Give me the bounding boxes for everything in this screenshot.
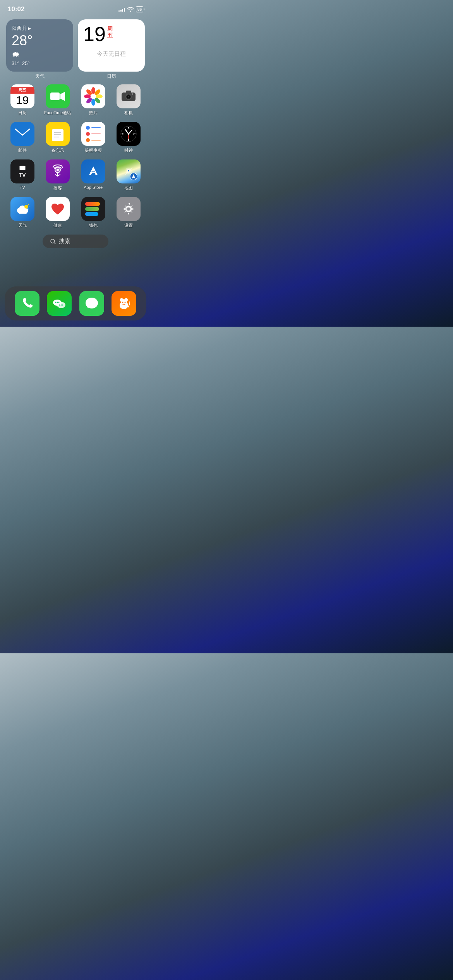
app-grid-row3: TV TV 播客 App Store — [0, 156, 151, 194]
dock — [5, 286, 146, 320]
app-grid-row2: 邮件 备忘录 — [0, 119, 151, 156]
svg-point-70 — [120, 298, 123, 302]
podcasts-label: 播客 — [53, 185, 62, 191]
camera-icon — [117, 84, 141, 108]
weather-temp: 28° — [12, 33, 68, 49]
weather-icon — [10, 197, 34, 221]
wallet-icon — [81, 197, 105, 221]
wifi-icon — [127, 7, 134, 12]
app-grid-row4: 天气 健康 钱包 — [0, 194, 151, 231]
svg-point-7 — [91, 99, 95, 106]
app-wallet[interactable]: 钱包 — [77, 197, 110, 228]
app-clock[interactable]: 12 3 6 9 时钟 — [113, 122, 145, 153]
svg-text:6: 6 — [128, 138, 129, 140]
reminders-list — [86, 126, 101, 142]
svg-line-52 — [28, 204, 29, 205]
calendar-day-number: 19 — [83, 24, 106, 44]
podcasts-icon — [46, 159, 70, 183]
weather-range: 31° 25° — [12, 60, 68, 66]
dock-messages[interactable] — [79, 291, 104, 316]
appstore-icon — [81, 159, 105, 183]
app-facetime[interactable]: FaceTime通话 — [42, 84, 74, 116]
app-mail[interactable]: 邮件 — [6, 122, 39, 153]
app-health[interactable]: 健康 — [42, 197, 74, 228]
svg-point-66 — [62, 305, 63, 306]
svg-rect-49 — [19, 211, 27, 214]
reminders-label: 提醒事项 — [85, 147, 102, 153]
svg-text:3: 3 — [133, 133, 134, 135]
settings-label: 设置 — [124, 223, 133, 228]
svg-point-37 — [57, 169, 59, 171]
photos-icon — [81, 84, 105, 108]
calendar-widget[interactable]: 19 周 五 今天无日程 — [78, 19, 145, 72]
ucbrowser-icon — [112, 291, 136, 316]
svg-point-61 — [55, 302, 57, 303]
svg-point-5 — [96, 94, 103, 98]
calendar-day-of-week: 周 五 — [107, 26, 113, 39]
app-weather[interactable]: 天气 — [6, 197, 39, 228]
svg-point-65 — [61, 305, 62, 306]
dock-wechat[interactable] — [47, 291, 72, 316]
signal-icon — [118, 7, 125, 12]
status-icons: 86 — [118, 6, 143, 12]
svg-point-17 — [128, 96, 129, 98]
svg-point-31 — [128, 133, 129, 135]
app-settings[interactable]: 设置 — [113, 197, 145, 228]
maps-icon — [117, 159, 141, 183]
svg-text:9: 9 — [122, 133, 124, 135]
app-camera[interactable]: 相机 — [113, 84, 145, 116]
svg-line-58 — [54, 243, 55, 244]
clock-icon: 12 3 6 9 — [117, 122, 141, 146]
svg-marker-1 — [60, 92, 65, 101]
reminders-icon — [81, 122, 105, 146]
status-bar: 10:02 86 — [0, 0, 151, 15]
facetime-label: FaceTime通话 — [44, 110, 72, 116]
app-photos[interactable]: 照片 — [77, 84, 110, 116]
mail-icon — [10, 122, 34, 146]
svg-point-56 — [127, 207, 130, 211]
widgets-row: 阳西县 ▶ 28° 🌧 31° 25° 天气 19 周 五 今天无 — [0, 15, 151, 81]
app-appstore[interactable]: App Store — [77, 159, 110, 191]
calendar-icon-header: 周五 — [10, 87, 34, 94]
svg-point-72 — [122, 302, 124, 303]
phone-icon — [15, 291, 39, 316]
messages-icon — [79, 291, 104, 316]
svg-point-3 — [91, 87, 95, 94]
dock-ucbrowser[interactable] — [112, 291, 136, 316]
app-tv[interactable]: TV TV — [6, 159, 39, 191]
svg-point-62 — [57, 302, 58, 303]
tv-icon: TV — [10, 159, 34, 183]
dock-phone[interactable] — [15, 291, 39, 316]
calendar-widget-label: 日历 — [78, 73, 145, 80]
weather-app-label: 天气 — [18, 223, 27, 228]
weather-location: 阳西县 ▶ — [12, 25, 68, 32]
app-podcasts[interactable]: 播客 — [42, 159, 74, 191]
tv-label: TV — [20, 185, 25, 190]
health-icon — [46, 197, 70, 221]
search-bar[interactable]: 搜索 — [43, 235, 108, 248]
calendar-icon: 周五 19 — [10, 84, 34, 108]
camera-label: 相机 — [124, 110, 133, 116]
calendar-no-events: 今天无日程 — [83, 50, 139, 58]
app-maps[interactable]: 地图 — [113, 159, 145, 191]
svg-point-64 — [59, 305, 60, 306]
svg-point-63 — [58, 302, 60, 303]
status-time: 10:02 — [8, 5, 24, 13]
svg-point-9 — [84, 94, 91, 98]
app-calendar[interactable]: 周五 19 日历 — [6, 84, 39, 116]
svg-point-73 — [125, 302, 126, 303]
svg-point-11 — [91, 94, 96, 99]
weather-widget[interactable]: 阳西县 ▶ 28° 🌧 31° 25° — [6, 19, 73, 72]
search-label: 搜索 — [59, 238, 70, 245]
notes-icon — [46, 122, 70, 146]
settings-icon — [117, 197, 141, 221]
app-grid-row1: 周五 19 日历 FaceTime通话 — [0, 81, 151, 119]
svg-point-71 — [125, 298, 128, 302]
app-reminders[interactable]: 提醒事项 — [77, 122, 110, 153]
photos-label: 照片 — [89, 110, 98, 116]
svg-rect-13 — [126, 91, 131, 94]
battery-icon: 86 — [136, 6, 143, 12]
mail-label: 邮件 — [18, 147, 27, 153]
app-notes[interactable]: 备忘录 — [42, 122, 74, 153]
health-label: 健康 — [53, 223, 62, 228]
